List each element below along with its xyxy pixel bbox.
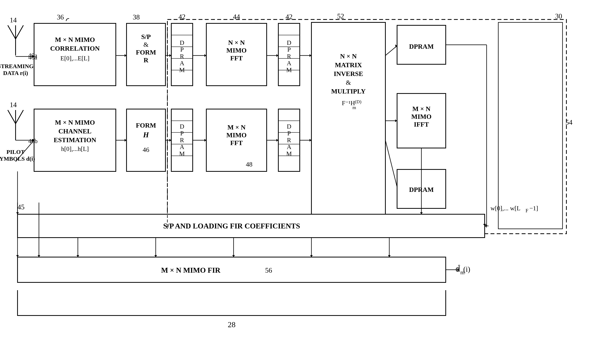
svg-text:h[0],...h[L]: h[0],...h[L] <box>61 145 89 152</box>
svg-text:STREAMING: STREAMING <box>0 63 34 69</box>
svg-text:A: A <box>180 143 184 150</box>
diagram-container: 30 54 M × N MIMO CORRELATION E[0],...E[L… <box>0 0 603 364</box>
svg-text:ESTIMATION: ESTIMATION <box>54 136 96 143</box>
svg-text:52: 52 <box>337 12 344 20</box>
svg-text:28: 28 <box>228 320 235 329</box>
svg-text:R: R <box>180 137 184 143</box>
svg-text:R: R <box>287 53 291 60</box>
svg-text:MIMO: MIMO <box>411 113 431 120</box>
svg-text:−1]: −1] <box>529 205 538 212</box>
svg-text:R: R <box>287 137 291 143</box>
svg-text:DATA r(i): DATA r(i) <box>3 70 28 76</box>
svg-text:14: 14 <box>10 101 17 109</box>
svg-text:MIMO: MIMO <box>226 47 247 54</box>
svg-text:40a: 40a <box>28 54 37 61</box>
svg-text:48: 48 <box>246 161 253 168</box>
svg-text:D: D <box>180 39 184 46</box>
svg-text:m: m <box>352 105 356 110</box>
svg-text:38: 38 <box>133 13 140 21</box>
svg-text:46: 46 <box>143 146 149 153</box>
svg-text:&: & <box>143 41 149 48</box>
svg-text:IFFT: IFFT <box>414 121 429 128</box>
svg-rect-5 <box>34 23 116 86</box>
svg-text:H: H <box>143 131 149 139</box>
svg-text:M × N: M × N <box>227 124 245 131</box>
svg-text:P: P <box>180 130 184 137</box>
svg-text:42: 42 <box>178 13 186 21</box>
svg-text:D: D <box>287 39 291 46</box>
svg-text:(D): (D) <box>355 99 361 104</box>
svg-rect-97 <box>18 257 446 282</box>
svg-text:P: P <box>180 46 184 53</box>
svg-text:M: M <box>286 150 292 157</box>
block-diagram-svg: 30 54 M × N MIMO CORRELATION E[0],...E[L… <box>0 0 603 364</box>
svg-text:&: & <box>346 79 351 86</box>
svg-text:FORM: FORM <box>136 122 156 129</box>
svg-text:45: 45 <box>18 203 24 211</box>
svg-text:N × N: N × N <box>228 39 245 46</box>
svg-text:M × N MIMO: M × N MIMO <box>55 36 95 43</box>
svg-text:R: R <box>144 57 149 64</box>
svg-text:A: A <box>287 59 291 67</box>
svg-text:FFT: FFT <box>230 55 243 62</box>
svg-text:M × N MIMO FIR: M × N MIMO FIR <box>161 266 220 274</box>
svg-text:E[0],...E[L]: E[0],...E[L] <box>60 55 89 62</box>
svg-text:M × N: M × N <box>412 105 430 112</box>
svg-text:A: A <box>287 143 291 150</box>
svg-text:CORRELATION: CORRELATION <box>50 45 100 52</box>
svg-text:14: 14 <box>10 16 17 24</box>
svg-text:D: D <box>287 123 291 130</box>
svg-text:MULTIPLY: MULTIPLY <box>331 88 366 95</box>
svg-text:SYMBOLS d(i): SYMBOLS d(i) <box>0 155 35 162</box>
svg-text:M × N MIMO: M × N MIMO <box>55 119 95 126</box>
svg-text:D: D <box>180 123 184 130</box>
svg-text:(i): (i) <box>463 265 470 273</box>
svg-text:FFT: FFT <box>230 139 243 146</box>
svg-text:42: 42 <box>286 13 292 21</box>
svg-text:N × N: N × N <box>340 53 357 60</box>
svg-text:54: 54 <box>565 118 572 126</box>
svg-text:P: P <box>287 46 291 53</box>
svg-text:MIMO: MIMO <box>226 131 247 139</box>
svg-text:DPRAM: DPRAM <box>409 43 434 50</box>
svg-text:MATRIX: MATRIX <box>335 61 362 69</box>
svg-text:S/P AND LOADING FIR COEFFICIEN: S/P AND LOADING FIR COEFFICIENTS <box>163 222 300 230</box>
svg-text:F: F <box>525 208 528 213</box>
svg-text:A: A <box>180 59 184 67</box>
svg-text:30: 30 <box>555 12 562 20</box>
svg-text:M: M <box>179 150 185 157</box>
svg-text:FORM: FORM <box>136 49 156 56</box>
svg-text:CHANNEL: CHANNEL <box>58 128 92 135</box>
svg-rect-66 <box>127 109 165 171</box>
svg-text:INVERSE: INVERSE <box>334 70 363 77</box>
svg-text:36: 36 <box>57 13 64 21</box>
svg-text:P: P <box>287 130 291 137</box>
svg-text:44: 44 <box>233 13 240 21</box>
svg-text:w[0],...  w[L: w[0],... w[L <box>490 205 521 212</box>
svg-text:R: R <box>180 53 184 60</box>
svg-text:56: 56 <box>265 266 272 274</box>
svg-text:S/P: S/P <box>141 33 151 40</box>
